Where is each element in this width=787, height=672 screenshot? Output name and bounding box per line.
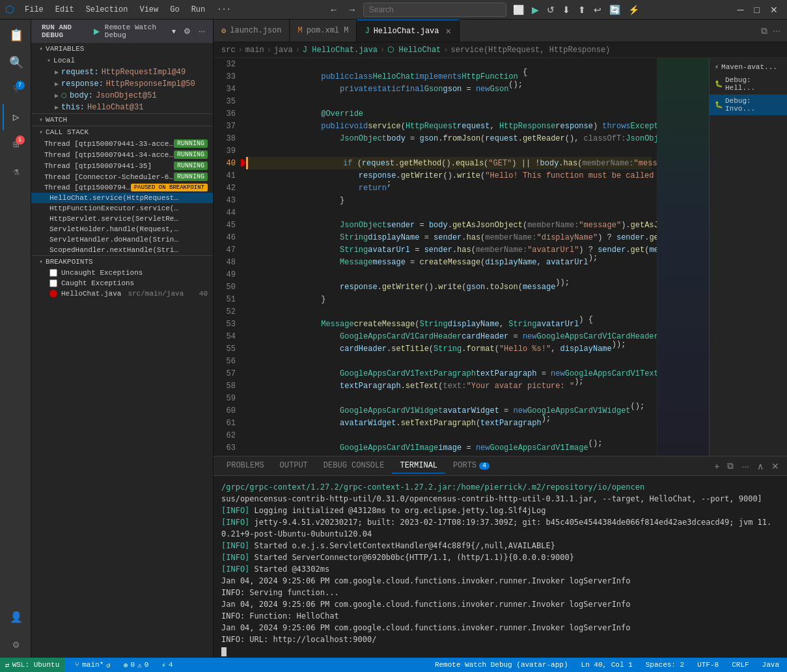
list-item[interactable]: HelloChat.service(HttpRequest,HttpRespon… [31, 193, 213, 203]
breadcrumb-java[interactable]: java [274, 46, 293, 55]
debug-sessions-status[interactable]: ⚡ 4 [159, 661, 175, 669]
list-item[interactable]: ▶ this: HelloChat@31 [31, 102, 213, 113]
more-panel-actions-button[interactable]: ··· [739, 460, 752, 473]
tab-ports[interactable]: PORTS4 [445, 458, 497, 473]
language-status[interactable]: Java [760, 661, 782, 669]
accounts-activity-icon[interactable]: 👤 [3, 604, 29, 630]
tab-terminal[interactable]: TERMINAL [392, 458, 445, 473]
minimize-button[interactable]: ─ [734, 3, 748, 16]
menu-more[interactable]: ··· [213, 4, 235, 16]
split-editor-button[interactable]: ⧉ [760, 24, 769, 38]
tab-launch-json[interactable]: ⚙ launch.json [214, 20, 290, 42]
errors-status[interactable]: ⊗ 0 ⚠ 0 [121, 661, 151, 669]
list-item[interactable]: HelloChat.java src/main/java 40 [31, 288, 213, 299]
local-scope-header[interactable]: ▾ Local [31, 55, 213, 66]
tab-output[interactable]: OUTPUT [272, 458, 316, 473]
git-branch-status[interactable]: ⑂ main* ↺ [72, 661, 113, 669]
spaces-status[interactable]: Spaces: 2 [643, 661, 687, 669]
breadcrumb-method[interactable]: service(HttpRequest, HttpResponse) [450, 46, 610, 55]
list-item[interactable]: Caught Exceptions [31, 278, 213, 288]
close-hellochat-tab-button[interactable]: ✕ [446, 25, 451, 36]
tab-hellochat-java[interactable]: J HelloChat.java ✕ [357, 20, 459, 42]
tab-debug-console[interactable]: DEBUG CONSOLE [316, 458, 393, 473]
code-content[interactable]: public class HelloChat implements HttpFu… [241, 58, 657, 456]
debug-invo-panel-item[interactable]: 🐛 Debug: Invo... [710, 94, 787, 115]
watch-header[interactable]: ▾ WATCH [31, 114, 213, 126]
list-item[interactable]: HttpServlet.service(ServletRequest,Servl… [31, 214, 213, 224]
list-item[interactable]: ScopedHandler.nextHandle(String,Request,… [31, 245, 213, 255]
list-item[interactable]: Thread [qtp1500079441-34-acceptor-1@66..… [31, 149, 213, 160]
list-item[interactable]: ▶ request: HttpRequestImpl@49 [31, 66, 213, 78]
variables-header[interactable]: ▾ VARIABLES [31, 43, 213, 55]
breadcrumb-src[interactable]: src [221, 46, 236, 55]
breadcrumb-file[interactable]: J HelloChat.java [303, 46, 378, 55]
layout-button[interactable]: ⬜ [510, 3, 527, 16]
maximize-panel-button[interactable]: ∧ [754, 460, 766, 473]
list-item[interactable]: ▶ response: HttpResponseImpl@50 [31, 78, 213, 90]
vscode-logo-icon[interactable]: ⬡ [5, 3, 14, 16]
caught-exceptions-checkbox[interactable] [49, 279, 57, 287]
terminal-line-6: [INFO] Started ServerConnector@6920b0bc{… [221, 552, 779, 563]
list-item[interactable]: ServletHolder.handle(Request,ServletRequ… [31, 224, 213, 234]
breakpoints-header[interactable]: ▾ BREAKPOINTS [31, 256, 213, 268]
eol-status[interactable]: CRLF [729, 661, 751, 669]
menu-run[interactable]: Run [187, 4, 210, 16]
list-item[interactable]: Thread [qtp1500079441-35] RUNNING [31, 160, 213, 171]
settings-activity-icon[interactable]: ⚙ [3, 632, 29, 658]
extensions-activity-icon[interactable]: ⊞ 1 [3, 132, 29, 158]
explorer-activity-icon[interactable]: 📋 [3, 22, 29, 48]
breadcrumb-class[interactable]: ⬡ HelloChat [387, 45, 441, 55]
step-into-button[interactable]: ⬇ [560, 3, 573, 16]
more-editor-actions-button[interactable]: ··· [771, 24, 782, 37]
run-config-play-button[interactable]: ▶ [91, 25, 102, 37]
breadcrumb-main[interactable]: main [245, 46, 264, 55]
gear-config-button[interactable]: ⚙ [181, 25, 193, 37]
search-input[interactable] [363, 3, 506, 17]
uncaught-exceptions-checkbox[interactable] [49, 269, 57, 277]
list-item[interactable]: HttpFunctionExecutor.service(HttpServlet… [31, 203, 213, 214]
minimap[interactable] [657, 58, 709, 456]
tab-problems[interactable]: PROBLEMS [219, 458, 272, 473]
more-options-button[interactable]: ··· [196, 25, 208, 37]
encoding-status[interactable]: UTF-8 [695, 661, 721, 669]
close-button[interactable]: ✕ [766, 3, 782, 16]
code-editor[interactable]: 32 33 34 35 36 37 38 39 40 41 42 43 44 4… [214, 58, 657, 456]
list-item[interactable]: ServletHandler.doHandle(String,Request,H… [31, 234, 213, 245]
menu-go[interactable]: Go [166, 4, 183, 16]
menu-view[interactable]: View [135, 4, 162, 16]
nav-forward-button[interactable]: → [345, 3, 359, 16]
maven-panel-item[interactable]: ⚡ Maven-avat... [710, 61, 787, 74]
add-terminal-button[interactable]: + [711, 460, 722, 473]
list-item[interactable]: Uncaught Exceptions [31, 268, 213, 278]
restart-button[interactable]: ↩ [591, 3, 604, 16]
maximize-button[interactable]: □ [751, 3, 764, 16]
nav-back-button[interactable]: ← [327, 3, 341, 16]
continue-button[interactable]: ▶ [529, 3, 542, 16]
local-chevron-icon: ▾ [47, 57, 51, 64]
wsl-ubuntu-status[interactable]: ⇄ WSL: Ubuntu [0, 658, 64, 672]
remote-debug-status[interactable]: Remote Watch Debug (avatar-app) [432, 661, 571, 669]
close-panel-button[interactable]: ✕ [769, 460, 782, 473]
menu-selection[interactable]: Selection [82, 4, 132, 16]
hot-reload-button[interactable]: 🔄 [607, 3, 623, 16]
split-terminal-button[interactable]: ⧉ [725, 459, 736, 473]
source-control-activity-icon[interactable]: ⑂ 7 [3, 77, 29, 103]
tab-pom-xml[interactable]: M pom.xml M [290, 20, 357, 42]
line-col-status[interactable]: Ln 40, Col 1 [579, 661, 635, 669]
step-over-button[interactable]: ↺ [544, 3, 557, 16]
step-out-button[interactable]: ⬆ [575, 3, 588, 16]
lightning-button[interactable]: ⚡ [626, 3, 642, 16]
terminal-content[interactable]: /grpc/grpc-context/1.27.2/grpc-context-1… [214, 476, 787, 658]
search-activity-icon[interactable]: 🔍 [3, 49, 29, 76]
menu-edit[interactable]: Edit [51, 4, 78, 16]
menu-file[interactable]: File [21, 4, 48, 16]
call-stack-header[interactable]: ▾ CALL STACK [31, 126, 213, 138]
test-activity-icon[interactable]: ⚗ [3, 159, 29, 185]
debug-config-dropdown[interactable]: ▾ [169, 25, 178, 37]
list-item[interactable]: ▶ ⬡ body: JsonObject@51 [31, 90, 213, 102]
debug-hell-panel-item[interactable]: 🐛 Debug: Hell... [710, 74, 787, 94]
list-item[interactable]: Thread [qtp1500079441-37] PAUSED ON BREA… [31, 182, 213, 193]
list-item[interactable]: Thread [Connector-Scheduler-6920b0bc-1] … [31, 171, 213, 182]
list-item[interactable]: Thread [qtp1500079441-33-acceptor-0@48..… [31, 138, 213, 149]
debug-activity-icon[interactable]: ▷ [3, 104, 29, 130]
